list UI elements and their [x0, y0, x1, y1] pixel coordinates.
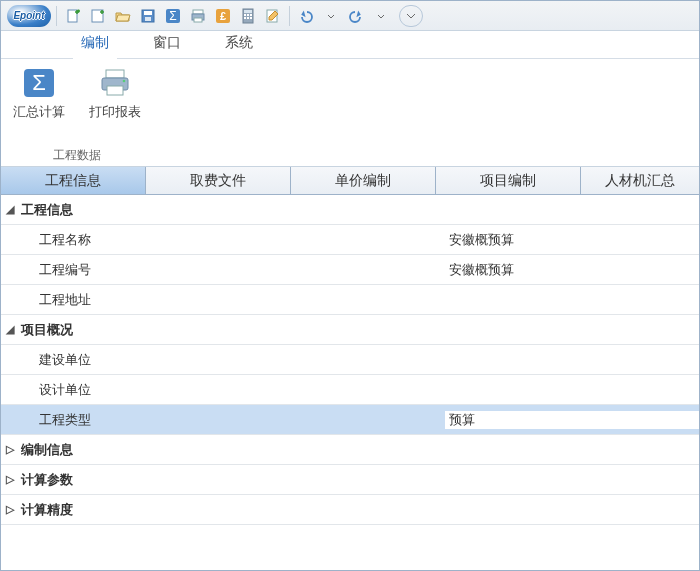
group-calc-params[interactable]: ▷ 计算参数 — [1, 465, 699, 495]
svg-point-26 — [123, 80, 126, 83]
group-label: 工程信息 — [17, 201, 447, 219]
prop-value[interactable]: 预算 — [445, 411, 699, 429]
app-logo: Epoint — [7, 5, 51, 27]
svg-text:Σ: Σ — [32, 70, 46, 95]
group-calc-precision[interactable]: ▷ 计算精度 — [1, 495, 699, 525]
subtab-item-compile[interactable]: 项目编制 — [436, 167, 581, 194]
subtab-project-info[interactable]: 工程信息 — [1, 167, 146, 194]
ribbon-btn-label: 汇总计算 — [13, 103, 65, 121]
ribbon: Σ 汇总计算 打印报表 工程数据 — [1, 59, 699, 167]
qat-new-doc-plus-icon[interactable] — [62, 5, 84, 27]
prop-construction-unit[interactable]: 建设单位 — [1, 345, 699, 375]
qat-open-icon[interactable] — [112, 5, 134, 27]
qat-edit-icon[interactable] — [262, 5, 284, 27]
svg-rect-17 — [244, 17, 246, 19]
ribbon-btn-summary-calc[interactable]: Σ 汇总计算 — [9, 65, 69, 123]
subtab-materials[interactable]: 人材机汇总 — [581, 167, 699, 194]
svg-text:£: £ — [220, 10, 226, 22]
qat-new-item-icon[interactable] — [87, 5, 109, 27]
subtab-fee-file[interactable]: 取费文件 — [146, 167, 291, 194]
svg-rect-15 — [247, 14, 249, 16]
prop-key: 工程名称 — [15, 231, 445, 249]
svg-rect-16 — [250, 14, 252, 16]
qat-undo-dropdown-icon[interactable] — [320, 5, 342, 27]
qat-sigma-icon[interactable]: Σ — [162, 5, 184, 27]
ribbon-btn-print-report[interactable]: 打印报表 — [85, 65, 145, 123]
qat-currency-icon[interactable]: £ — [212, 5, 234, 27]
qat-print-icon[interactable] — [187, 5, 209, 27]
menu-tab-window[interactable]: 窗口 — [145, 30, 189, 58]
prop-value[interactable]: 安徽概预算 — [445, 261, 699, 279]
qat-redo-dropdown-icon[interactable] — [370, 5, 392, 27]
svg-rect-18 — [247, 17, 249, 19]
ribbon-btn-label: 打印报表 — [89, 103, 141, 121]
svg-rect-19 — [250, 17, 252, 19]
collapse-icon[interactable]: ◢ — [3, 323, 17, 336]
prop-project-code[interactable]: 工程编号 安徽概预算 — [1, 255, 699, 285]
prop-key: 设计单位 — [15, 381, 445, 399]
qat-calculator-icon[interactable] — [237, 5, 259, 27]
qat-redo-icon[interactable] — [345, 5, 367, 27]
ribbon-group-project-data: Σ 汇总计算 打印报表 工程数据 — [1, 59, 153, 166]
svg-rect-14 — [244, 14, 246, 16]
separator — [289, 6, 290, 26]
svg-rect-9 — [194, 18, 202, 22]
svg-rect-23 — [106, 70, 124, 78]
sigma-large-icon: Σ — [21, 67, 57, 99]
printer-large-icon — [97, 67, 133, 99]
prop-key: 工程地址 — [15, 291, 445, 309]
expand-icon[interactable]: ▷ — [3, 473, 17, 486]
prop-project-address[interactable]: 工程地址 — [1, 285, 699, 315]
svg-rect-25 — [107, 86, 123, 95]
qat-save-icon[interactable] — [137, 5, 159, 27]
qat-overflow-icon[interactable] — [399, 5, 423, 27]
expand-icon[interactable]: ▷ — [3, 503, 17, 516]
prop-key: 工程编号 — [15, 261, 445, 279]
prop-key: 建设单位 — [15, 351, 445, 369]
group-project-info[interactable]: ◢ 工程信息 — [1, 195, 699, 225]
subtabs: 工程信息 取费文件 单价编制 项目编制 人材机汇总 — [1, 167, 699, 195]
prop-project-name[interactable]: 工程名称 安徽概预算 — [1, 225, 699, 255]
svg-text:Σ: Σ — [169, 9, 176, 23]
group-label: 编制信息 — [17, 441, 447, 459]
prop-value[interactable]: 安徽概预算 — [445, 231, 699, 249]
prop-project-type[interactable]: 工程类型 预算 — [1, 405, 699, 435]
subtab-unit-price[interactable]: 单价编制 — [291, 167, 436, 194]
expand-icon[interactable]: ▷ — [3, 443, 17, 456]
property-tree: ◢ 工程信息 工程名称 安徽概预算 工程编号 安徽概预算 工程地址 ◢ 项目概况… — [1, 195, 699, 525]
prop-design-unit[interactable]: 设计单位 — [1, 375, 699, 405]
svg-rect-7 — [193, 10, 203, 14]
svg-rect-4 — [145, 17, 151, 21]
menu-tabs: 编制 窗口 系统 — [1, 31, 699, 59]
quick-access-toolbar: Epoint Σ £ — [1, 1, 699, 31]
menu-tab-system[interactable]: 系统 — [217, 30, 261, 58]
svg-rect-13 — [244, 10, 252, 13]
qat-undo-icon[interactable] — [295, 5, 317, 27]
collapse-icon[interactable]: ◢ — [3, 203, 17, 216]
svg-rect-3 — [144, 11, 152, 15]
group-project-overview[interactable]: ◢ 项目概况 — [1, 315, 699, 345]
group-label: 计算精度 — [17, 501, 447, 519]
separator — [56, 6, 57, 26]
group-label: 计算参数 — [17, 471, 447, 489]
menu-tab-compile[interactable]: 编制 — [73, 30, 117, 58]
prop-key: 工程类型 — [15, 411, 445, 429]
group-label: 项目概况 — [17, 321, 447, 339]
group-compile-info[interactable]: ▷ 编制信息 — [1, 435, 699, 465]
ribbon-group-title: 工程数据 — [9, 143, 145, 164]
